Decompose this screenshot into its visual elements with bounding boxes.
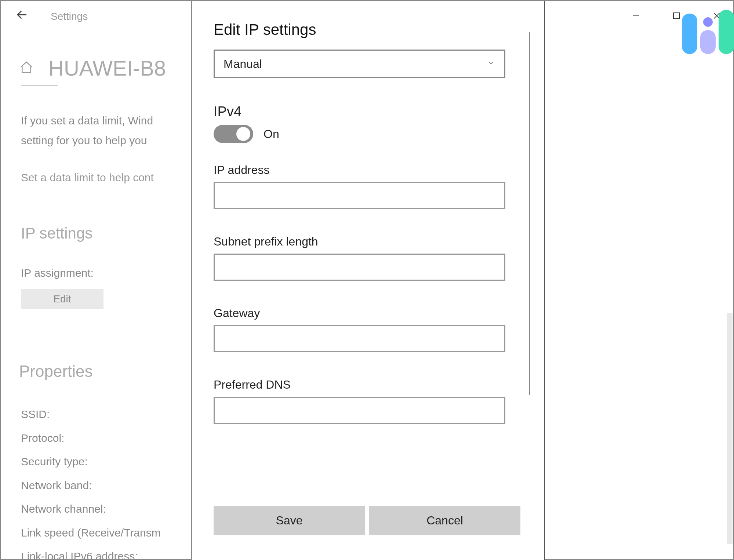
ip-assignment-label: IP assignment: (21, 267, 94, 279)
header-bar: Settings (15, 8, 88, 25)
gateway-label: Gateway (214, 306, 522, 320)
property-row: Network band: (21, 474, 161, 498)
dropdown-value: Manual (224, 57, 262, 71)
preferred-dns-label: Preferred DNS (214, 378, 522, 392)
subnet-input[interactable] (214, 254, 505, 281)
home-icon[interactable] (19, 60, 34, 76)
scrollbar[interactable] (727, 313, 733, 544)
ipv4-heading: IPv4 (214, 104, 522, 120)
settings-window: Settings HUAWEI-B8 If you set a data lim… (0, 0, 734, 560)
toggle-knob (236, 127, 250, 141)
gateway-input[interactable] (214, 325, 505, 352)
ip-address-input[interactable] (214, 182, 505, 209)
property-row: Link speed (Receive/Transm (21, 521, 161, 545)
save-button[interactable]: Save (214, 506, 365, 535)
page-heading-row: HUAWEI-B8 (19, 56, 166, 80)
svg-rect-1 (673, 13, 679, 19)
minimize-button[interactable] (627, 7, 645, 25)
brand-logo (682, 10, 733, 54)
toggle-state-label: On (264, 127, 279, 141)
ip-mode-dropdown[interactable]: Manual (214, 50, 505, 78)
dialog-button-row: Save Cancel (214, 506, 520, 535)
chevron-down-icon (487, 58, 495, 70)
settings-breadcrumb: Settings (51, 11, 88, 22)
ip-settings-heading: IP settings (21, 225, 92, 242)
subnet-label: Subnet prefix length (214, 235, 522, 248)
properties-list: SSID: Protocol: Security type: Network b… (21, 403, 161, 560)
property-row: Protocol: (21, 426, 161, 450)
edit-ip-settings-dialog: Edit IP settings Manual IPv4 On IP addre… (191, 1, 545, 560)
ipv4-toggle[interactable] (214, 125, 253, 143)
page-title: HUAWEI-B8 (48, 56, 166, 80)
preferred-dns-input[interactable] (214, 397, 505, 424)
back-arrow-icon[interactable] (15, 8, 29, 25)
property-row: Security type: (21, 450, 161, 474)
edit-button[interactable]: Edit (21, 289, 103, 309)
data-limit-info: If you set a data limit, Wind setting fo… (21, 111, 153, 150)
property-row: Link-local IPv6 address: (21, 545, 161, 560)
set-data-limit-link[interactable]: Set a data limit to help cont (21, 171, 154, 184)
dialog-title: Edit IP settings (214, 21, 522, 39)
dialog-scrollbar[interactable] (529, 32, 530, 395)
properties-heading: Properties (19, 362, 93, 381)
cancel-button[interactable]: Cancel (369, 506, 520, 535)
property-row: SSID: (21, 403, 161, 426)
home-underline (21, 85, 58, 86)
property-row: Network channel: (21, 497, 161, 521)
ip-address-label: IP address (214, 163, 522, 177)
